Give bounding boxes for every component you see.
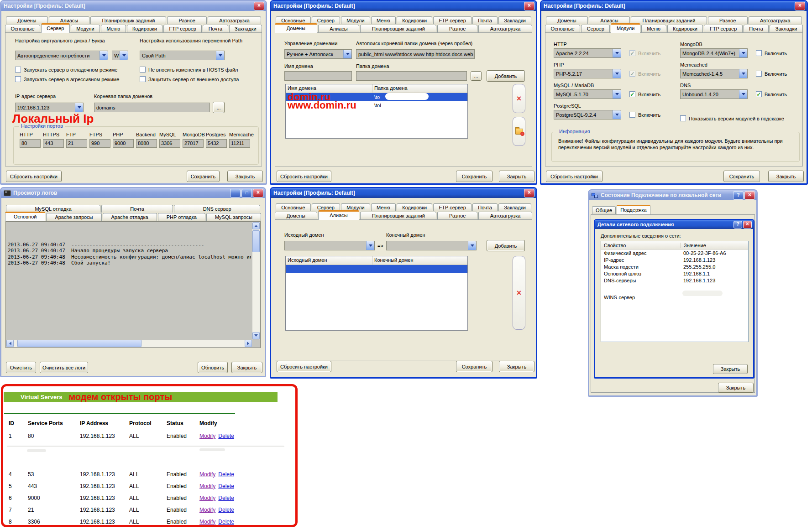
tab[interactable]: MySQL запросы	[206, 213, 261, 221]
modify-link[interactable]: Modify	[199, 483, 215, 489]
tab[interactable]: Алиасы	[318, 25, 360, 32]
tab[interactable]: Разное	[167, 16, 207, 24]
module-version-select[interactable]: Memcached-1.4.5	[680, 69, 748, 78]
tab[interactable]: Алиасы	[318, 210, 360, 220]
close-icon[interactable]: ×	[524, 2, 534, 10]
chevron-down-icon[interactable]	[613, 110, 621, 119]
domains-root-field[interactable]: domains	[94, 103, 210, 112]
delete-link[interactable]: Delete	[218, 483, 234, 489]
help-icon[interactable]: ?	[733, 221, 742, 229]
tab[interactable]: Планировщик заданий	[360, 25, 436, 32]
tab[interactable]: Меню	[371, 16, 396, 24]
tab[interactable]: Домены	[546, 16, 588, 24]
port-field[interactable]: 443	[43, 139, 64, 148]
tab[interactable]: Кодировки	[397, 16, 432, 24]
scroll-left-icon[interactable]	[6, 340, 14, 347]
tab[interactable]: Модули	[71, 25, 100, 32]
checkbox[interactable]: ✓	[15, 67, 21, 73]
delete-link[interactable]: Delete	[218, 471, 234, 478]
checkbox-row[interactable]: ✓ Защитить сервер от внешнего доступа	[140, 76, 239, 82]
domain-folder-field[interactable]	[356, 71, 467, 81]
scrollbar-thumb[interactable]	[17, 340, 141, 347]
tab[interactable]: Кодировки	[397, 203, 432, 211]
checkbox[interactable]: ✓	[140, 76, 146, 82]
reset-settings-button[interactable]: Сбросить настройки	[277, 171, 331, 182]
delete-alias-button[interactable]: ×	[513, 256, 525, 330]
port-field[interactable]: 80	[20, 139, 41, 148]
tab[interactable]: Сервер	[41, 23, 70, 33]
tab[interactable]: Домены	[275, 23, 317, 33]
close-icon[interactable]: ×	[524, 189, 534, 197]
scroll-right-icon[interactable]	[245, 340, 252, 347]
browse-button[interactable]: ...	[213, 102, 225, 113]
source-domain-select[interactable]	[284, 241, 375, 250]
modify-link[interactable]: Modify	[199, 471, 215, 478]
checkbox[interactable]: ✓	[140, 67, 146, 73]
modify-link[interactable]: Modify	[199, 507, 215, 513]
delete-link[interactable]: Delete	[218, 519, 234, 525]
tab[interactable]: Автозагрузка	[478, 25, 532, 32]
checkbox-row[interactable]: ✓ Не вносить изменения в HOSTS файл	[140, 67, 239, 73]
tab[interactable]: Сервер	[581, 25, 610, 32]
tab[interactable]: Домены	[275, 212, 317, 219]
tab[interactable]: Кодировки	[127, 25, 163, 32]
tab[interactable]: FTP сервер	[704, 25, 742, 32]
port-field[interactable]: 5432	[206, 139, 227, 148]
vertical-scrollbar[interactable]	[252, 222, 260, 339]
port-field[interactable]: 27017	[183, 139, 204, 148]
chevron-down-icon[interactable]	[100, 51, 108, 60]
enable-checkbox[interactable]: ✓	[756, 71, 762, 77]
checkbox[interactable]: ✓	[15, 76, 21, 82]
port-field[interactable]: 990	[89, 139, 110, 148]
tab[interactable]: Почта	[744, 25, 769, 32]
chevron-down-icon[interactable]	[216, 51, 224, 60]
maximize-icon[interactable]: □	[241, 189, 252, 197]
log-output-area[interactable]: 2013-06-27 09:40:47 --------------------…	[5, 221, 261, 348]
tab[interactable]: Закладки	[229, 25, 262, 32]
close-icon[interactable]: ×	[254, 2, 264, 10]
enable-checkbox[interactable]: ✓	[629, 91, 635, 97]
chevron-down-icon[interactable]	[613, 49, 621, 57]
scroll-up-icon[interactable]	[252, 222, 260, 229]
port-field[interactable]: 9000	[113, 139, 134, 148]
scroll-down-icon[interactable]	[252, 332, 260, 339]
chevron-down-icon[interactable]	[366, 241, 374, 250]
autosearch-field[interactable]: public_html www\htdocs www http htdocs d…	[356, 49, 475, 59]
close-icon[interactable]: ×	[253, 189, 263, 197]
manage-domains-select[interactable]: Ручное + Автопоиск	[284, 49, 352, 59]
modify-link[interactable]: Modify	[199, 519, 215, 525]
close-status-button[interactable]: Закрыть	[718, 383, 754, 393]
module-version-select[interactable]: Apache-2.2.24	[554, 48, 621, 58]
tab[interactable]: Автозагрузка	[478, 212, 532, 219]
titlebar[interactable]: Настройки [Профиль: Default] ×	[1, 1, 266, 11]
save-button[interactable]: Сохранить	[723, 171, 760, 182]
close-button[interactable]: Закрыть	[768, 171, 804, 182]
chevron-down-icon[interactable]	[120, 51, 128, 60]
network-details-table[interactable]: Свойство Значение Физический адрес 00-25…	[601, 241, 749, 342]
target-domain-select[interactable]	[386, 241, 477, 250]
tab[interactable]: Разное	[708, 16, 748, 24]
tab[interactable]: Меню	[101, 25, 126, 32]
scrollbar-thumb[interactable]	[252, 230, 260, 252]
close-details-button[interactable]: Закрыть	[713, 364, 748, 374]
delete-link[interactable]: Delete	[218, 507, 234, 513]
save-button[interactable]: Сохранить	[187, 171, 220, 182]
close-icon[interactable]: ×	[744, 191, 755, 200]
tab[interactable]: FTP сервер	[163, 25, 202, 32]
tab[interactable]: Разное	[437, 25, 477, 32]
port-field[interactable]: 8080	[136, 139, 157, 148]
horizontal-scrollbar[interactable]	[6, 340, 252, 347]
close-button[interactable]: Закрыть	[499, 171, 534, 182]
tab[interactable]: FTP сервер	[433, 16, 471, 24]
tab[interactable]: Автозагрузка	[749, 16, 802, 24]
tab[interactable]: Автозагрузка	[208, 16, 261, 24]
delete-domain-button[interactable]: ×	[513, 84, 525, 113]
clear-all-logs-button[interactable]: Очистить все логи	[40, 362, 88, 373]
checkbox-row[interactable]: ✓ Запускать сервер в отладочном режиме	[15, 67, 119, 73]
reset-settings-button[interactable]: Сбросить настройки	[6, 171, 62, 182]
titlebar[interactable]: Настройки [Профиль: Default] ×	[271, 1, 536, 11]
checkbox[interactable]: ✓	[680, 115, 686, 121]
titlebar[interactable]: Состояние Подключение по локальной сети …	[589, 190, 757, 200]
tab[interactable]: Основной	[5, 212, 45, 221]
tab[interactable]: Apache запросы	[46, 213, 101, 221]
